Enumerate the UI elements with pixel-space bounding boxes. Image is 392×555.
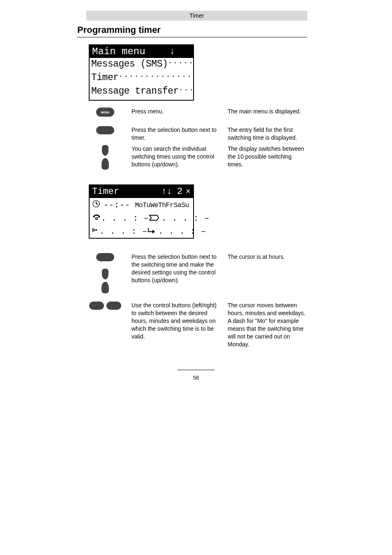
signal-icon [92, 226, 99, 236]
instruction-row: You can search the individual switching … [89, 145, 307, 170]
lcd-menu-item: Timer [90, 71, 193, 85]
instruction-result: The entry field for the first switching … [228, 126, 307, 142]
phone-value: . . . : – [101, 214, 149, 223]
lcd-menu-item-label: Messages (SMS) [91, 59, 168, 69]
down-button-icon [101, 158, 109, 170]
clock-icon [92, 200, 104, 210]
title-rule [77, 37, 307, 37]
instruction-row: UVWXYZ MENU Press menu. The main menu is… [89, 108, 307, 117]
forward-arrow-icon [148, 227, 156, 236]
up-button-icon [102, 145, 108, 156]
menu-button-icon: UVWXYZ MENU [96, 108, 114, 117]
instruction-action: Press menu. [131, 108, 218, 117]
lcd-menu-item: Message transfer [90, 85, 193, 99]
page-number: 56 [0, 375, 392, 381]
svg-point-5 [95, 229, 97, 231]
counter-x: × [186, 187, 191, 196]
signal-value: . . . : – [99, 227, 148, 236]
selection-button-icon [96, 126, 114, 134]
instruction-action: Press the selection button next to the s… [131, 253, 218, 293]
lcd-menu-item: Messages (SMS) [90, 58, 193, 71]
instruction-row: Use the control buttons (left/right) to … [89, 302, 307, 348]
instruction-result: The main menu is displayed. [228, 108, 307, 117]
up-button-icon [102, 269, 108, 279]
message-value: . . . : – [161, 214, 210, 223]
instruction-row: Press the selection button next to timer… [89, 126, 307, 142]
svg-point-4 [96, 218, 97, 219]
selection-button-icon [96, 253, 114, 261]
lcd-menu-item-label: Message transfer [91, 86, 179, 97]
instruction-row: Press the selection button next to the s… [89, 253, 307, 293]
instruction-result: The cursor moves between hours, minutes … [228, 302, 307, 348]
down-arrow-icon: ↓ [170, 46, 175, 57]
left-button-icon [89, 302, 104, 310]
page-header-bar: Timer [86, 11, 307, 21]
instruction-result: The display switches between the 10 poss… [228, 145, 307, 170]
message-icon [149, 214, 159, 223]
down-button-icon [101, 282, 109, 293]
lcd-timer: Timer ↑↓ 2 × --:-- MoTuWeThFrSaSu . . . … [89, 184, 194, 239]
section-title: Programming timer [77, 25, 161, 35]
lcd-timer-header: Timer ↑↓ 2 × [90, 185, 193, 198]
lcd-timer-row: . . . : – . . . : – [90, 211, 193, 224]
header-label: Timer [189, 12, 204, 19]
menu-button-top-label: UVWXYZ [99, 104, 111, 112]
svg-line-2 [96, 204, 98, 205]
nav-arrows-icon: ↑↓ [161, 187, 172, 197]
instruction-action: You can search the individual switching … [131, 145, 218, 170]
instruction-action: Press the selection button next to timer… [131, 126, 218, 142]
lcd-menu-item-label: Timer [91, 72, 119, 83]
right-button-icon [106, 302, 121, 310]
lcd-main-menu: Main menu ↓ Messages (SMS) Timer Message… [89, 44, 194, 101]
weekdays: MoTuWeThFrSaSu [135, 201, 189, 209]
lcd-timer-row: . . . : – . . . : – [90, 224, 193, 237]
lcd-main-menu-title: Main menu [92, 46, 145, 57]
lcd-timer-row: --:-- MoTuWeThFrSaSu [90, 198, 193, 211]
instruction-result: The cursor is at hours. [228, 253, 307, 293]
instruction-action: Use the control buttons (left/right) to … [131, 302, 218, 348]
phone-icon [92, 213, 101, 223]
lcd-main-menu-header: Main menu ↓ [90, 45, 193, 58]
lcd-timer-title: Timer [92, 187, 119, 197]
forward-value: . . . : – [158, 227, 206, 236]
time-value: --:-- [104, 200, 130, 210]
page-number-rule [178, 370, 214, 370]
counter-number: 2 [177, 187, 182, 197]
